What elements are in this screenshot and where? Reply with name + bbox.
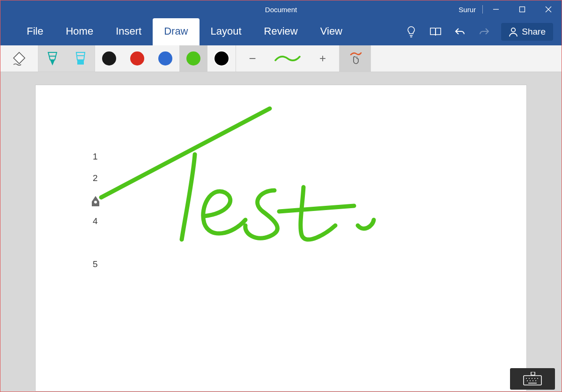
color-red[interactable] bbox=[123, 45, 151, 72]
stroke-thicker[interactable]: + bbox=[306, 45, 339, 72]
undo-button[interactable] bbox=[449, 21, 471, 43]
share-button[interactable]: Share bbox=[501, 23, 553, 41]
document-page[interactable]: 1 2 4 5 bbox=[35, 85, 527, 392]
pen-tool[interactable] bbox=[38, 45, 67, 72]
wave-icon bbox=[274, 54, 301, 63]
color-blue[interactable] bbox=[151, 45, 179, 72]
swatch-black-icon bbox=[102, 51, 116, 65]
minus-icon: − bbox=[249, 51, 256, 66]
svg-rect-11 bbox=[524, 376, 541, 385]
maximize-button[interactable] bbox=[509, 0, 535, 18]
share-label: Share bbox=[522, 27, 546, 37]
svg-rect-1 bbox=[520, 7, 525, 12]
touch-draw-icon bbox=[348, 51, 362, 66]
touch-draw-toggle[interactable] bbox=[340, 45, 370, 72]
eraser-icon bbox=[11, 51, 28, 66]
minimize-button[interactable] bbox=[483, 0, 509, 18]
rainbow-icon bbox=[214, 51, 229, 65]
tab-insert[interactable]: Insert bbox=[104, 18, 153, 45]
tab-draw[interactable]: Draw bbox=[153, 18, 199, 45]
color-green[interactable] bbox=[179, 45, 207, 72]
color-black[interactable] bbox=[95, 45, 123, 72]
plus-icon: + bbox=[319, 52, 326, 65]
book-icon bbox=[429, 27, 442, 37]
read-mode-button[interactable] bbox=[424, 21, 447, 43]
minimize-icon bbox=[493, 6, 499, 13]
svg-rect-8 bbox=[77, 60, 84, 65]
highlighter-tool[interactable] bbox=[67, 45, 95, 72]
stroke-preview bbox=[269, 45, 306, 72]
svg-rect-22 bbox=[531, 372, 535, 375]
touch-keyboard-button[interactable] bbox=[510, 368, 555, 390]
user-name[interactable]: Surur bbox=[452, 6, 482, 14]
color-more[interactable] bbox=[207, 45, 236, 72]
close-icon bbox=[545, 6, 552, 13]
pen-icon bbox=[45, 51, 59, 66]
undo-icon bbox=[454, 27, 466, 37]
tab-review[interactable]: Review bbox=[253, 18, 309, 45]
tab-view[interactable]: View bbox=[309, 18, 354, 45]
ink-stroke bbox=[36, 85, 527, 319]
ribbon-tabs: File Home Insert Draw Layout Review View bbox=[0, 18, 562, 45]
swatch-red-icon bbox=[130, 51, 144, 65]
tab-home[interactable]: Home bbox=[54, 18, 104, 45]
draw-toolbar: − + bbox=[0, 45, 562, 72]
stroke-thinner[interactable]: − bbox=[236, 45, 269, 72]
swatch-blue-icon bbox=[158, 51, 172, 65]
tell-me-button[interactable] bbox=[400, 21, 422, 43]
keyboard-icon bbox=[522, 372, 543, 386]
title-bar: Document Surur bbox=[0, 0, 562, 18]
person-icon bbox=[509, 27, 518, 37]
separator bbox=[370, 45, 371, 72]
redo-button[interactable] bbox=[473, 21, 495, 43]
maximize-icon bbox=[519, 6, 525, 13]
workspace: 1 2 4 5 bbox=[0, 73, 562, 392]
highlighter-icon bbox=[74, 51, 88, 66]
lightbulb-icon bbox=[406, 26, 416, 38]
tab-layout[interactable]: Layout bbox=[200, 18, 253, 45]
svg-point-6 bbox=[511, 28, 515, 32]
redo-icon bbox=[479, 27, 490, 37]
eraser-tool[interactable] bbox=[0, 45, 38, 72]
tab-file[interactable]: File bbox=[15, 18, 54, 45]
swatch-green-icon bbox=[186, 51, 200, 65]
close-button[interactable] bbox=[535, 0, 562, 18]
